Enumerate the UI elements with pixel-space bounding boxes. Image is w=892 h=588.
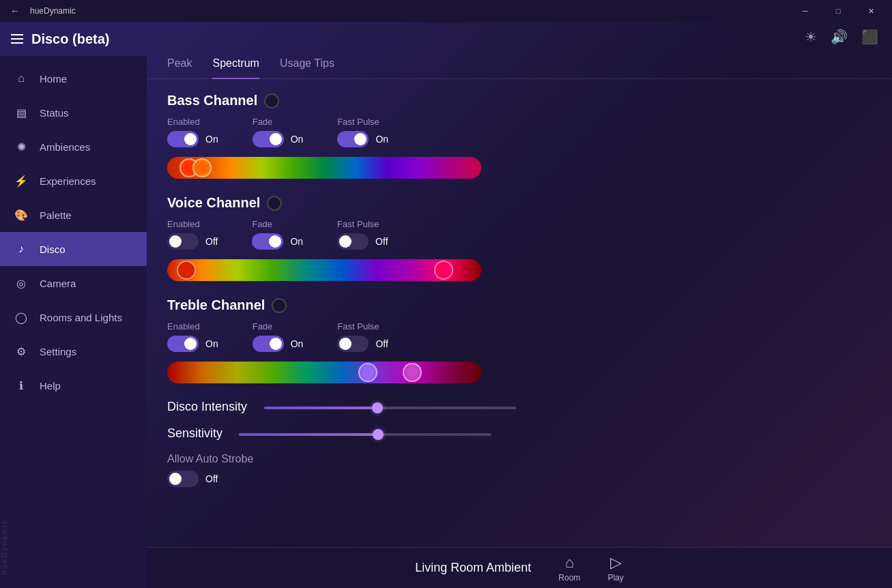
bass-fade-toggle[interactable] [253,131,284,147]
voice-enabled-label: Enabled [167,219,218,229]
back-button[interactable]: ← [5,1,25,20]
bass-thumb-2[interactable] [192,158,212,177]
play-button[interactable]: ▷ Play [607,554,623,583]
sidebar: Disco (beta) ⌂ Home ▤ Status ✺ Ambiences… [0,22,147,588]
maximize-button[interactable]: □ [822,0,854,22]
tab-spectrum[interactable]: Spectrum [212,52,259,79]
voice-fade-toggle[interactable] [252,233,283,250]
room-icon: ⌂ [565,554,574,572]
brightness-icon[interactable]: ☀ [805,29,817,45]
sensitivity-track[interactable] [239,433,491,436]
voice-enabled-row: Off [167,233,218,250]
strobe-row: Off [167,471,872,487]
status-icon: ▤ [14,105,29,120]
sidebar-item-label: Experiences [40,175,96,187]
minimize-button[interactable]: ─ [790,0,821,22]
sound-icon[interactable]: 🔊 [831,29,848,45]
content-header: ☀ 🔊 ⬛ [147,22,892,52]
bass-fastpulse-row: On [337,131,388,147]
sidebar-item-help[interactable]: ℹ Help [0,368,147,402]
room-button[interactable]: ⌂ Room [558,554,580,583]
treble-gradient-slider[interactable] [167,362,481,383]
bottom-bar: Living Room Ambient ⌂ Room ▷ Play [147,547,892,588]
titlebar: ← hueDynamic ─ □ ✕ [0,0,892,22]
sensitivity-label: Sensitivity [167,426,222,440]
sidebar-item-camera[interactable]: ◎ Camera [0,266,147,300]
strobe-text: Off [205,473,218,484]
sidebar-item-status[interactable]: ▤ Status [0,95,147,130]
voice-thumb-1[interactable] [177,261,196,280]
disco-icon: ♪ [14,241,29,256]
content-area: ☀ 🔊 ⬛ Peak Spectrum Usage Tips Bass Chan… [147,22,892,588]
voice-gradient-slider[interactable] [167,259,481,281]
disco-intensity-track[interactable] [264,407,517,409]
voice-enabled-text: Off [205,236,218,247]
voice-channel-title: Voice Channel [167,195,260,211]
treble-fastpulse-row: Off [337,336,388,352]
sidebar-item-label: Home [40,73,67,85]
voice-fastpulse-group: Fast Pulse Off [337,219,388,250]
watermark: hueDynamic [0,519,12,574]
treble-fade-toggle[interactable] [253,336,284,352]
bass-enabled-toggle[interactable] [167,131,199,147]
sidebar-item-settings[interactable]: ⚙ Settings [0,334,147,368]
voice-thumb-2[interactable] [434,261,453,280]
sidebar-item-label: Palette [40,209,72,221]
sidebar-item-experiences[interactable]: ⚡ Experiences [0,164,147,198]
strobe-label: Allow Auto Strobe [167,453,872,465]
voice-fade-text: On [290,236,303,247]
voice-channel-dot [267,196,282,211]
sidebar-item-label: Help [40,380,61,392]
bottom-bar-title: Living Room Ambient [415,561,531,575]
tab-peak[interactable]: Peak [167,52,192,79]
treble-thumb-1[interactable] [358,363,377,382]
voice-channel-header: Voice Channel [167,195,872,211]
voice-fade-row: On [252,233,303,250]
page-title: Disco (beta) [31,31,109,47]
camera-icon: ◎ [14,276,29,291]
monitor-icon[interactable]: ⬛ [861,29,878,45]
bass-enabled-label: Enabled [167,117,218,127]
treble-gradient-track [167,362,481,383]
voice-enabled-group: Enabled Off [167,219,218,250]
bass-fastpulse-group: Fast Pulse On [337,117,388,147]
sidebar-item-ambiences[interactable]: ✺ Ambiences [0,130,147,164]
bass-fade-group: Fade On [253,117,304,147]
tab-usage-tips[interactable]: Usage Tips [280,52,334,79]
disco-intensity-section: Disco Intensity [167,400,872,414]
voice-channel-section: Voice Channel Enabled Off Fade [167,195,872,281]
treble-channel-controls: Enabled On Fade On Fas [167,321,872,352]
strobe-toggle[interactable] [167,471,199,487]
voice-fade-label: Fade [252,219,303,229]
treble-fade-text: On [291,338,304,349]
voice-enabled-toggle[interactable] [167,233,199,250]
treble-fade-label: Fade [253,321,304,332]
voice-fastpulse-text: Off [375,236,388,247]
hamburger-button[interactable] [11,34,23,44]
home-icon: ⌂ [14,71,29,86]
treble-enabled-toggle[interactable] [167,336,199,352]
voice-fastpulse-label: Fast Pulse [337,219,388,229]
voice-fastpulse-row: Off [337,233,388,250]
treble-channel-title: Treble Channel [167,297,265,313]
disco-intensity-label: Disco Intensity [167,400,247,413]
bass-fastpulse-toggle[interactable] [337,131,369,147]
treble-thumb-2[interactable] [403,363,422,382]
sidebar-item-disco[interactable]: ♪ Disco [0,232,147,266]
treble-fastpulse-toggle[interactable] [337,336,369,352]
titlebar-title: hueDynamic [30,6,76,16]
sidebar-item-label: Rooms and Lights [40,312,122,323]
voice-fastpulse-toggle[interactable] [337,233,369,250]
rooms-icon: ◯ [14,310,29,325]
sidebar-item-palette[interactable]: 🎨 Palette [0,198,147,232]
close-button[interactable]: ✕ [855,0,887,22]
sidebar-item-rooms[interactable]: ◯ Rooms and Lights [0,300,147,334]
bass-gradient-slider[interactable] [167,157,481,179]
sensitivity-thumb[interactable] [373,429,384,440]
disco-intensity-thumb[interactable] [372,402,383,413]
treble-fade-group: Fade On [253,321,304,352]
treble-enabled-group: Enabled On [167,321,218,352]
voice-channel-controls: Enabled Off Fade On Fa [167,219,872,250]
treble-channel-dot [272,298,287,313]
sidebar-item-home[interactable]: ⌂ Home [0,61,147,95]
